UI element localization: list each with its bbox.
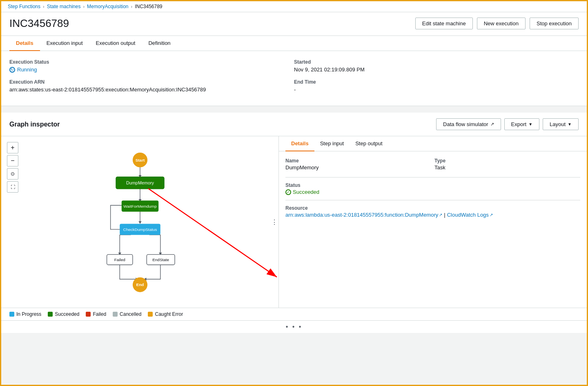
inspector-tab-details[interactable]: Details: [285, 136, 314, 151]
inspector-panel: Details Step input Step output Name Dump…: [279, 136, 587, 308]
export-button[interactable]: Export ▼: [504, 118, 539, 130]
zoom-in-button[interactable]: +: [7, 142, 18, 153]
name-type-row: Name DumpMemory Type Task: [285, 158, 580, 171]
tab-details[interactable]: Details: [9, 36, 40, 51]
name-value: DumpMemory: [285, 164, 431, 171]
export-dropdown-icon: ▼: [528, 122, 532, 126]
legend-dot-in-progress: [9, 312, 14, 317]
svg-text:CheckDumpStatus: CheckDumpStatus: [123, 227, 157, 232]
legend-label-failed: Failed: [93, 311, 106, 317]
zoom-out-button[interactable]: −: [7, 155, 18, 166]
breadcrumb-sep-3: ›: [131, 4, 132, 9]
legend-succeeded: Succeeded: [48, 311, 79, 317]
resource-section: Resource arn:aws:lambda:us-east-2:018145…: [285, 205, 580, 218]
svg-text:DumpMemory: DumpMemory: [126, 180, 154, 185]
graph-legend: In Progress Succeeded Failed Cancelled C…: [1, 308, 587, 320]
svg-text:Start: Start: [135, 158, 145, 162]
breadcrumb-sep-2: ›: [83, 4, 85, 9]
breadcrumb: Step Functions › State machines › Memory…: [1, 1, 587, 12]
name-label: Name: [285, 158, 431, 164]
new-execution-button[interactable]: New execution: [477, 18, 526, 29]
legend-in-progress: In Progress: [9, 311, 41, 317]
resource-links: arn:aws:lambda:us-east-2:018145557955:fu…: [285, 212, 580, 218]
breadcrumb-current: INC3456789: [135, 4, 162, 9]
zoom-reset-button[interactable]: ⊙: [7, 168, 18, 180]
layout-dropdown-icon: ▼: [568, 122, 572, 126]
end-time-value: -: [294, 87, 570, 93]
breadcrumb-state-machines[interactable]: State machines: [47, 4, 81, 9]
status-section: Status ✓ Succeeded: [285, 182, 580, 195]
svg-text:End: End: [136, 282, 144, 287]
tab-execution-input[interactable]: Execution input: [40, 36, 89, 51]
tab-definition[interactable]: Definition: [142, 36, 177, 51]
legend-failed: Failed: [86, 311, 106, 317]
graph-header: Graph inspector Data flow simulator ↗ Ex…: [1, 113, 587, 136]
graph-body: + − ⊙ ⛶: [1, 136, 587, 308]
started-label: Started: [294, 59, 570, 65]
type-label: Type: [434, 158, 580, 164]
header-buttons: Edit state machine New execution Stop ex…: [415, 18, 579, 29]
legend-dot-failed: [86, 312, 91, 317]
export-label: Export: [511, 121, 527, 127]
type-value: Task: [434, 164, 580, 171]
svg-text:Failed: Failed: [114, 257, 125, 262]
cloudwatch-logs-link[interactable]: CloudWatch Logs ↗: [447, 212, 493, 218]
resource-separator: |: [444, 212, 445, 218]
section-spacer: [1, 106, 587, 113]
breadcrumb-memory-acquisition[interactable]: MemoryAcquisition: [87, 4, 128, 9]
state-machine-diagram[interactable]: Start DumpMemory WaitForMemdump CheckDum…: [54, 144, 226, 299]
resource-arn-link[interactable]: arn:aws:lambda:us-east-2:018145557955:fu…: [285, 212, 442, 218]
graph-header-buttons: Data flow simulator ↗ Export ▼ Layout ▼: [436, 118, 579, 130]
status-value: Succeeded: [293, 189, 319, 195]
details-section: Execution Status ↻ Running Execution ARN…: [1, 51, 587, 106]
inspector-tab-step-output[interactable]: Step output: [350, 136, 388, 151]
more-options[interactable]: • • •: [1, 320, 587, 333]
breadcrumb-step-functions[interactable]: Step Functions: [8, 4, 40, 9]
page-title: INC3456789: [9, 17, 69, 30]
data-flow-simulator-button[interactable]: Data flow simulator ↗: [436, 118, 501, 130]
breadcrumb-sep-1: ›: [43, 4, 45, 9]
legend-label-succeeded: Succeeded: [55, 311, 79, 317]
execution-status-label: Execution Status: [9, 59, 286, 65]
execution-status-value: ↻ Running: [9, 67, 286, 73]
legend-dot-caught-error: [148, 312, 153, 317]
svg-text:EndState: EndState: [152, 257, 169, 262]
execution-arn-value: arn:aws:states:us-east-2:018145557955:ex…: [9, 87, 286, 93]
running-icon: ↻: [9, 67, 15, 73]
cloudwatch-logs-text: CloudWatch Logs: [447, 212, 489, 218]
svg-text:WaitForMemdump: WaitForMemdump: [123, 204, 157, 209]
end-time-label: End Time: [294, 79, 570, 85]
svg-marker-5: [138, 221, 141, 224]
inspector-divider-2: [285, 200, 580, 200]
inspector-tabs: Details Step input Step output: [279, 136, 587, 151]
graph-canvas[interactable]: + − ⊙ ⛶: [1, 136, 279, 308]
legend-label-caught-error: Caught Error: [155, 311, 183, 317]
diagram-container: Start DumpMemory WaitForMemdump CheckDum…: [1, 136, 278, 308]
graph-section: Graph inspector Data flow simulator ↗ Ex…: [1, 113, 587, 333]
legend-label-in-progress: In Progress: [16, 311, 41, 317]
stop-execution-button[interactable]: Stop execution: [530, 18, 579, 29]
data-flow-label: Data flow simulator: [443, 121, 488, 127]
edit-state-machine-button[interactable]: Edit state machine: [415, 18, 473, 29]
inspector-divider-1: [285, 177, 580, 177]
legend-label-cancelled: Cancelled: [120, 311, 141, 317]
legend-dot-cancelled: [113, 312, 118, 317]
started-value: Nov 9, 2021 02:19:09.809 PM: [294, 67, 570, 73]
succeeded-icon: ✓: [285, 189, 291, 195]
status-succeeded: ✓ Succeeded: [285, 189, 580, 195]
external-link-icon: ↗: [490, 122, 494, 127]
layout-label: Layout: [550, 121, 566, 127]
external-icon-1: ↗: [439, 213, 442, 217]
layout-button[interactable]: Layout ▼: [543, 118, 579, 130]
resource-arn-text: arn:aws:lambda:us-east-2:018145557955:fu…: [285, 212, 438, 218]
fullscreen-button[interactable]: ⛶: [7, 181, 18, 193]
legend-caught-error: Caught Error: [148, 311, 183, 317]
legend-cancelled: Cancelled: [113, 311, 141, 317]
legend-dot-succeeded: [48, 312, 53, 317]
inspector-content: Name DumpMemory Type Task Status ✓ Succe…: [279, 151, 587, 308]
external-icon-2: ↗: [490, 213, 493, 217]
tab-execution-output[interactable]: Execution output: [89, 36, 142, 51]
page-header: INC3456789 Edit state machine New execut…: [1, 12, 587, 36]
inspector-tab-step-input[interactable]: Step input: [314, 136, 350, 151]
resource-label: Resource: [285, 205, 580, 211]
